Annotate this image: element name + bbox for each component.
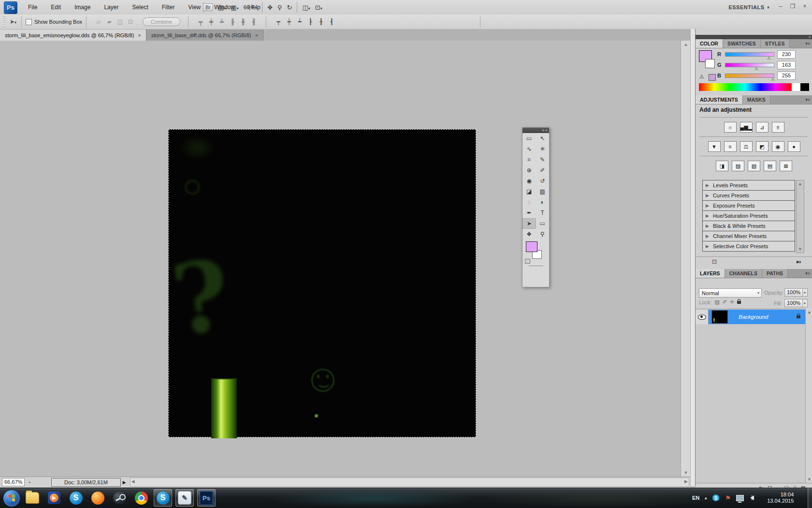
taskbar-photoshop-open[interactable]: Ps <box>197 489 216 507</box>
mini-bridge-icon[interactable]: ▤▾ <box>218 4 226 11</box>
tool-blur[interactable]: ◌ <box>522 197 536 208</box>
tool-eraser[interactable]: ◪ <box>522 186 536 197</box>
tools-palette-titlebar[interactable]: » × <box>522 128 549 133</box>
expand-triangle-icon[interactable]: ▶ <box>706 183 709 188</box>
tool-gradient[interactable]: ▧ <box>536 186 550 197</box>
panel-menu-icon[interactable]: ▾≡ <box>805 39 812 48</box>
return-to-adjustment-list-icon[interactable]: ⊡ <box>712 258 717 265</box>
fill-value[interactable]: 100% <box>784 299 803 307</box>
tool-pen[interactable]: ✒ <box>522 208 536 218</box>
tool-eyedropper[interactable]: ✎ <box>536 154 550 165</box>
channel-value-field[interactable]: 230 <box>777 50 796 59</box>
document-tab-0[interactable]: storm_lili_base_emisnoeyeglow.dds @ 66,7… <box>0 30 146 41</box>
skype-tray-icon[interactable]: S <box>712 494 720 502</box>
panel-menu-icon[interactable]: ▾≡ <box>805 95 812 104</box>
preset-row-5[interactable]: ▶Channel Mixer Presets <box>703 231 795 241</box>
adjustment-levels-icon[interactable]: ▄▆▂ <box>740 122 753 133</box>
clock[interactable]: 18:0413.04.2015 <box>760 492 794 504</box>
tab-swatches[interactable]: SWATCHES <box>723 39 761 48</box>
menu-edit[interactable]: Edit <box>44 4 68 11</box>
zoom-percentage-field[interactable]: 66,67% <box>2 478 25 486</box>
tool-zoom-tool[interactable]: ⚲ <box>536 229 550 239</box>
preset-row-4[interactable]: ▶Black & White Presets <box>703 221 795 231</box>
align-icon-1[interactable]: ╪ <box>207 17 216 26</box>
screen-mode-icon[interactable]: ⊡▾ <box>315 4 322 11</box>
distribute-icon-0[interactable]: ┯ <box>274 17 283 26</box>
eye-icon[interactable] <box>698 314 706 320</box>
shape-combine-icon-1[interactable]: ▰ <box>105 17 114 26</box>
taskbar-skype[interactable]: S <box>67 489 85 507</box>
adjustment-threshold-icon[interactable]: ▧ <box>748 161 760 171</box>
tool-rectangular-marquee[interactable]: ▭ <box>522 133 536 144</box>
foreground-color-swatch[interactable] <box>526 241 537 252</box>
channel-value-field[interactable]: 163 <box>777 61 796 69</box>
lock-position-icon[interactable]: ✛ <box>730 299 734 305</box>
taskbar-photo-editor-open[interactable]: ✎ <box>175 489 194 507</box>
hand-tool-icon[interactable]: ✥ <box>267 4 273 11</box>
close-tab-icon[interactable]: × <box>138 32 141 38</box>
menu-layer[interactable]: Layer <box>97 4 125 11</box>
layer-row-background[interactable]: Background <box>696 310 805 324</box>
tab-styles[interactable]: STYLES <box>761 39 790 48</box>
presets-scrollbar[interactable]: ▲ ▼ <box>796 180 804 253</box>
menu-select[interactable]: Select <box>125 4 155 11</box>
scroll-up-icon[interactable]: ▲ <box>797 181 804 186</box>
combine-button[interactable]: Combine <box>143 17 180 26</box>
tool-lasso[interactable]: ∿ <box>522 144 536 154</box>
language-indicator[interactable]: EN <box>692 495 699 501</box>
tab-paths[interactable]: PATHS <box>762 269 788 278</box>
scroll-down-icon[interactable]: ▼ <box>806 477 812 482</box>
tool-quick-selection[interactable]: ✳ <box>536 144 550 154</box>
color-ramp[interactable] <box>699 83 809 91</box>
lock-pixels-icon[interactable]: ✐ <box>723 299 727 305</box>
expand-triangle-icon[interactable]: ▶ <box>706 193 709 198</box>
arrange-documents-icon[interactable]: ◫▾ <box>302 4 310 11</box>
preset-row-2[interactable]: ▶Exposure Presets <box>703 201 795 211</box>
expand-triangle-icon[interactable]: ▶ <box>706 234 709 239</box>
tab-adjustments[interactable]: ADJUSTMENTS <box>696 95 743 104</box>
expand-triangle-icon[interactable]: ▶ <box>706 244 709 249</box>
background-color-swatch-panel[interactable] <box>705 59 715 68</box>
scroll-up-icon[interactable]: ▲ <box>806 310 812 314</box>
tool-move[interactable]: ↖ <box>536 133 550 144</box>
restore-button[interactable]: ❐ <box>788 3 797 10</box>
gamut-warning-icon[interactable]: ⚠ <box>699 74 704 80</box>
adjustment-hue-saturation-icon[interactable]: ≡ <box>724 141 737 152</box>
expand-triangle-icon[interactable]: ▶ <box>706 213 709 218</box>
preset-row-0[interactable]: ▶Levels Presets <box>703 180 795 191</box>
tool-type[interactable]: T <box>536 208 550 218</box>
menu-filter[interactable]: Filter <box>155 4 182 11</box>
taskbar-windows-explorer[interactable] <box>23 489 42 507</box>
adjustment-channel-mixer-icon[interactable]: ● <box>788 141 800 152</box>
layer-thumbnail[interactable] <box>711 310 728 324</box>
opacity-spinner-icon[interactable]: ▸ <box>802 288 808 297</box>
shape-combine-icon-3[interactable]: ⊡ <box>126 17 135 26</box>
action-center-flag-icon[interactable]: ⚑ <box>724 494 732 502</box>
distribute-icon-5[interactable]: ┨ <box>327 17 336 26</box>
minimize-button[interactable]: – <box>776 3 785 10</box>
tools-palette[interactable]: » × ▭↖∿✳⌗✎⊕✐◉↺◪▧◌◐✒T➤▭❖⚲ <box>522 127 550 287</box>
zoom-tool-icon[interactable]: ⚲ <box>277 4 282 11</box>
adjustment-invert-icon[interactable]: ◨ <box>716 161 728 171</box>
adjustment-curves-icon[interactable]: ⊿ <box>756 122 768 133</box>
taskbar-steam[interactable] <box>110 489 129 507</box>
channel-slider[interactable] <box>725 74 774 78</box>
current-tool-icon[interactable]: ➤▾ <box>9 17 17 26</box>
shape-combine-icon-0[interactable]: ▱ <box>94 17 103 26</box>
canvas-with-selection[interactable]: ? <box>168 129 476 437</box>
scroll-up-icon[interactable]: ▲ <box>681 42 691 47</box>
zoom-level-control[interactable]: 66,7 ▾ <box>244 4 258 10</box>
adjustment-gradient-map-icon[interactable]: ▤ <box>764 161 776 171</box>
adjustment-photo-filter-icon[interactable]: ◉ <box>772 141 784 152</box>
preset-row-3[interactable]: ▶Hue/Saturation Presets <box>703 211 795 221</box>
scroll-down-icon[interactable]: ▼ <box>681 470 691 475</box>
tool-crop[interactable]: ⌗ <box>522 154 536 165</box>
tool-hand[interactable]: ❖ <box>522 229 536 239</box>
channel-value-field[interactable]: 255 <box>777 72 796 80</box>
taskbar-media-player[interactable]: ▶ <box>45 489 63 507</box>
layers-scrollbar[interactable]: ▲ ▼ <box>805 309 812 483</box>
slider-thumb-icon[interactable] <box>767 57 771 60</box>
preset-row-1[interactable]: ▶Curves Presets <box>703 191 795 201</box>
distribute-icon-4[interactable]: ╂ <box>317 17 325 26</box>
align-icon-3[interactable]: ╟ <box>228 17 237 26</box>
